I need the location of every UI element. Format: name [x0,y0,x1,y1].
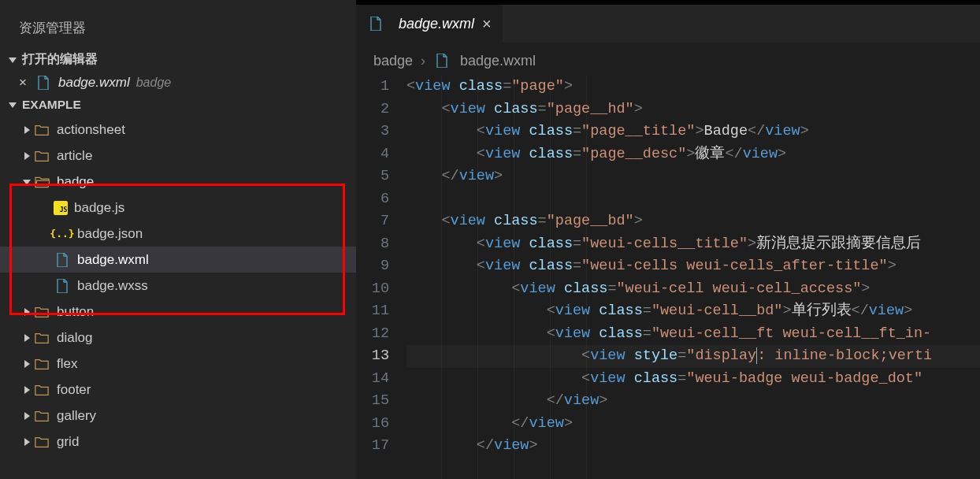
file-badge-wxml[interactable]: badge.wxml [0,247,356,273]
open-editor-item[interactable]: × badge.wxml badge [0,71,356,95]
chevron-right-icon: › [421,53,425,69]
file-icon [54,277,71,295]
tree-item-label: badge.wxss [77,278,148,294]
file-tree: actionsheetarticlebadgeJSbadge.js{..}bad… [0,115,356,455]
code-line[interactable]: <view class="weui-cell__ft weui-cell__ft… [406,323,980,346]
file-badge-js[interactable]: JSbadge.js [0,195,356,221]
code-line[interactable]: <view style="display: inline-block;verti [406,345,980,368]
chevron-down-icon [6,56,19,64]
tree-item-label: button [57,304,94,320]
code-line[interactable]: </view> [406,390,980,413]
line-number: 10 [356,278,389,301]
folder-grid[interactable]: grid [0,429,356,455]
tree-item-label: badge.json [77,226,143,242]
project-label: EXAMPLE [22,98,81,112]
line-number: 3 [356,121,389,143]
code-line[interactable]: <view class="page"> [406,76,980,98]
close-icon[interactable]: × [482,15,492,33]
tree-item-label: actionsheet [57,122,125,138]
tree-item-label: grid [57,434,79,450]
chevron-down-icon [6,101,19,109]
project-header[interactable]: EXAMPLE [0,95,356,115]
explorer-sidebar: 资源管理器 打开的编辑器 × badge.wxml badge EXAMPLE … [0,0,356,479]
indent-guide [586,76,587,479]
indent-guide [477,76,478,479]
code-line[interactable]: <view class="weui-cells__title">新消息提示跟摘要… [406,233,980,256]
file-icon [35,74,52,91]
code-line[interactable]: <view class="weui-cells weui-cells_after… [406,255,980,278]
tree-item-label: flex [57,356,77,372]
code-line[interactable]: <view class="page__hd"> [406,98,980,121]
folder-icon [33,147,50,165]
code-line[interactable]: <view class="weui-badge weui-badge_dot" [406,368,980,391]
code-line[interactable]: </view> [406,413,980,436]
indent-guide [514,76,514,479]
line-number: 16 [356,413,389,436]
chevron-down-icon [20,178,33,186]
code-line[interactable]: </view> [406,435,980,458]
line-gutter: 1234567891011121314151617 [356,76,406,479]
indent-guide [550,76,551,479]
code-line[interactable]: <view class="page__bd"> [406,210,980,233]
js-icon: JS [54,201,68,215]
open-editors-header[interactable]: 打开的编辑器 [0,48,356,71]
code-line[interactable]: <view class="page__desc">徽章</view> [406,143,980,166]
folder-icon [33,329,50,347]
chevron-right-icon [20,412,33,420]
folder-icon [33,173,50,191]
breadcrumb-file[interactable]: badge.wxml [460,53,536,69]
folder-gallery[interactable]: gallery [0,403,356,429]
tree-item-label: footer [57,382,91,398]
open-editors-label: 打开的编辑器 [22,51,98,68]
indent-guide [441,76,442,479]
line-number: 12 [356,323,389,346]
code-line[interactable]: </view> [406,165,980,188]
tab-active[interactable]: badge.wxml × [356,5,503,43]
code-line[interactable]: <view class="weui-cell__bd">单行列表</view> [406,300,980,323]
code-content[interactable]: <view class="page"> <view class="page__h… [406,76,980,479]
line-number: 1 [356,76,389,98]
tab-filename: badge.wxml [399,16,474,32]
code-line[interactable]: <view class="weui-cell weui-cell_access"… [406,278,980,301]
chevron-right-icon [20,360,33,368]
tab-bar: badge.wxml × [356,0,980,43]
folder-icon [33,355,50,373]
folder-dialog[interactable]: dialog [0,325,356,351]
file-icon [54,251,71,269]
code-line[interactable]: <view class="page__title">Badge</view> [406,121,980,143]
explorer-title: 资源管理器 [0,8,356,48]
folder-footer[interactable]: footer [0,377,356,403]
folder-icon [33,121,50,139]
folder-button[interactable]: button [0,299,356,325]
tree-item-label: badge [57,174,94,190]
line-number: 13 [356,345,389,368]
line-number: 4 [356,143,389,166]
tree-item-label: article [57,148,92,164]
breadcrumbs[interactable]: badge › badge.wxml [356,43,980,76]
chevron-right-icon [20,438,33,446]
file-icon [433,52,451,69]
folder-icon [33,407,50,425]
chevron-right-icon [20,386,33,394]
file-icon [367,15,384,32]
line-number: 17 [356,435,389,458]
json-icon: {..} [54,225,71,243]
open-editor-filename: badge.wxml [58,75,130,91]
code-editor[interactable]: 1234567891011121314151617 <view class="p… [356,76,980,479]
folder-actionsheet[interactable]: actionsheet [0,117,356,143]
file-badge-json[interactable]: {..}badge.json [0,221,356,247]
close-icon[interactable]: × [19,75,35,91]
line-number: 15 [356,390,389,413]
folder-icon [33,381,50,399]
folder-badge[interactable]: badge [0,169,356,195]
file-badge-wxss[interactable]: badge.wxss [0,273,356,299]
tree-item-label: badge.js [74,200,124,216]
tree-item-label: badge.wxml [77,252,149,268]
folder-article[interactable]: article [0,143,356,169]
folder-flex[interactable]: flex [0,351,356,377]
line-number: 5 [356,165,389,188]
breadcrumb-folder[interactable]: badge [373,53,413,69]
chevron-right-icon [20,126,33,134]
code-line[interactable] [406,188,980,211]
line-number: 8 [356,233,389,256]
